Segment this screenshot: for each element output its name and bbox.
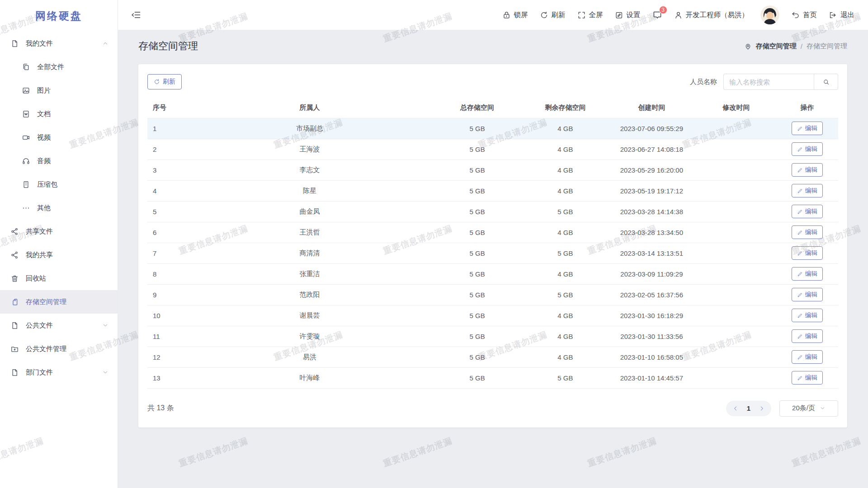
cell-total: 5 GB xyxy=(430,305,524,326)
sidebar-item-storage-management[interactable]: 存储空间管理 xyxy=(0,290,118,314)
edit-button[interactable]: 编辑 xyxy=(792,267,823,281)
edit-button[interactable]: 编辑 xyxy=(792,350,823,364)
edit-button[interactable]: 编辑 xyxy=(792,205,823,218)
sidebar-item-recycle-bin[interactable]: 回收站 xyxy=(0,267,118,290)
refresh-icon xyxy=(154,79,160,85)
refresh-button[interactable]: 刷新 xyxy=(540,10,566,20)
user-menu[interactable]: 开发工程师（易洪） xyxy=(674,10,749,20)
sidebar-item-label: 音频 xyxy=(37,157,108,165)
cell-actions: 编辑 xyxy=(776,160,838,180)
cell-actions: 编辑 xyxy=(776,326,838,347)
edit-pencil-icon xyxy=(797,230,803,235)
sidebar-item-public-files[interactable]: 公共文件 xyxy=(0,314,118,337)
cell-total: 5 GB xyxy=(430,180,524,201)
table-row: 9范政阳5 GB5 GB2023-02-05 16:37:56编辑 xyxy=(147,284,838,305)
table-row: 4陈星5 GB4 GB2023-05-19 19:17:12编辑 xyxy=(147,180,838,201)
cell-index: 4 xyxy=(147,180,189,201)
edit-pencil-icon xyxy=(797,188,803,194)
current-page[interactable]: 1 xyxy=(742,404,755,412)
refresh-label: 刷新 xyxy=(163,78,175,86)
logout-button[interactable]: 退出 xyxy=(829,10,854,20)
pagination: 1 20条/页 xyxy=(726,400,838,417)
sidebar-item-public-files-admin[interactable]: 公共文件管理 xyxy=(0,337,118,361)
sidebar-item-images[interactable]: 图片 xyxy=(0,79,118,102)
sidebar-nav: 我的文件全部文件图片文档视频音频压缩包其他共享文件我的共享回收站存储空间管理公共… xyxy=(0,32,118,384)
sidebar-item-archives[interactable]: 压缩包 xyxy=(0,173,118,196)
sidebar-item-label: 我的文件 xyxy=(26,39,102,48)
edit-pencil-icon xyxy=(797,209,803,215)
home-button[interactable]: 首页 xyxy=(791,10,817,20)
document-icon xyxy=(10,321,19,330)
edit-pencil-icon xyxy=(797,126,803,131)
sidebar-item-label: 全部文件 xyxy=(37,63,108,71)
lock-icon xyxy=(502,11,511,19)
edit-button[interactable]: 编辑 xyxy=(792,246,823,260)
edit-button[interactable]: 编辑 xyxy=(792,309,823,322)
edit-button[interactable]: 编辑 xyxy=(792,225,823,239)
cell-actions: 编辑 xyxy=(776,243,838,263)
sidebar-item-others[interactable]: 其他 xyxy=(0,196,118,220)
avatar[interactable] xyxy=(760,5,779,24)
sidebar-item-label: 部门文件 xyxy=(26,368,102,377)
fullscreen-button[interactable]: 全屏 xyxy=(577,10,603,20)
breadcrumb-item[interactable]: 存储空间管理 xyxy=(756,42,797,51)
topbar-right: 锁屏刷新全屏设置 3 开发工程师（易洪） xyxy=(502,5,855,24)
cell-created: 2023-07-06 09:55:29 xyxy=(607,118,697,139)
search-input[interactable] xyxy=(723,74,814,90)
sidebar-item-videos[interactable]: 视频 xyxy=(0,126,118,149)
cell-free: 4 GB xyxy=(524,139,607,160)
chevron-left-icon xyxy=(732,405,739,412)
undo-icon xyxy=(791,11,800,19)
breadcrumb-item-current: 存储空间管理 xyxy=(807,42,847,51)
sidebar-item-all-files[interactable]: 全部文件 xyxy=(0,55,118,79)
sidebar-item-department-files[interactable]: 部门文件 xyxy=(0,361,118,384)
prev-page-button[interactable] xyxy=(729,402,742,415)
edit-button[interactable]: 编辑 xyxy=(792,184,823,197)
edit-button[interactable]: 编辑 xyxy=(792,163,823,177)
cell-index: 10 xyxy=(147,305,189,326)
table-toolbar: 刷新 人员名称 xyxy=(147,73,838,90)
refresh-button[interactable]: 刷新 xyxy=(147,74,182,89)
edit-button[interactable]: 编辑 xyxy=(792,371,823,385)
user-icon xyxy=(674,11,683,19)
sidebar-collapse-icon[interactable] xyxy=(131,9,142,20)
cell-index: 9 xyxy=(147,284,189,305)
pager-pill: 1 xyxy=(726,401,771,416)
cell-total: 5 GB xyxy=(430,284,524,305)
cell-created: 2023-03-14 13:13:51 xyxy=(607,243,697,263)
location-pin-icon xyxy=(744,42,752,50)
edit-pencil-icon xyxy=(797,354,803,360)
sidebar-item-label: 压缩包 xyxy=(37,180,108,189)
table-row: 6王洪哲5 GB4 GB2023-03-28 13:34:50编辑 xyxy=(147,222,838,243)
edit-button[interactable]: 编辑 xyxy=(792,288,823,301)
cell-modified xyxy=(697,139,776,160)
sidebar-item-label: 文档 xyxy=(37,110,108,118)
lock-screen-button[interactable]: 锁屏 xyxy=(502,10,528,20)
page-size-select[interactable]: 20条/页 xyxy=(779,400,838,417)
fullscreen-label: 全屏 xyxy=(589,10,603,20)
sidebar-item-audio[interactable]: 音频 xyxy=(0,149,118,173)
cell-total: 5 GB xyxy=(430,160,524,180)
edit-label: 编辑 xyxy=(805,228,817,236)
sidebar-item-my-files[interactable]: 我的文件 xyxy=(0,32,118,55)
edit-button[interactable]: 编辑 xyxy=(792,142,823,156)
notifications-button[interactable]: 3 xyxy=(652,10,662,20)
search-button[interactable] xyxy=(814,74,838,90)
cell-created: 2023-02-05 16:37:56 xyxy=(607,284,697,305)
cell-created: 2023-01-10 16:58:05 xyxy=(607,347,697,367)
edit-button[interactable]: 编辑 xyxy=(792,329,823,343)
cell-actions: 编辑 xyxy=(776,139,838,160)
cell-index: 8 xyxy=(147,263,189,284)
table-header-row: 序号所属人总存储空间剩余存储空间创建时间修改时间操作 xyxy=(147,98,838,118)
sidebar-item-my-shares[interactable]: 我的共享 xyxy=(0,243,118,267)
edit-pencil-icon xyxy=(797,292,803,298)
chevron-down-icon xyxy=(820,405,826,411)
settings-button[interactable]: 设置 xyxy=(615,10,641,20)
cell-index: 13 xyxy=(147,367,189,388)
table-row: 3李志文5 GB4 GB2023-05-29 16:20:00编辑 xyxy=(147,160,838,180)
dots-icon xyxy=(22,204,30,212)
edit-button[interactable]: 编辑 xyxy=(792,122,823,135)
sidebar-item-docs[interactable]: 文档 xyxy=(0,102,118,126)
sidebar-item-shared-files[interactable]: 共享文件 xyxy=(0,220,118,243)
next-page-button[interactable] xyxy=(755,402,769,415)
